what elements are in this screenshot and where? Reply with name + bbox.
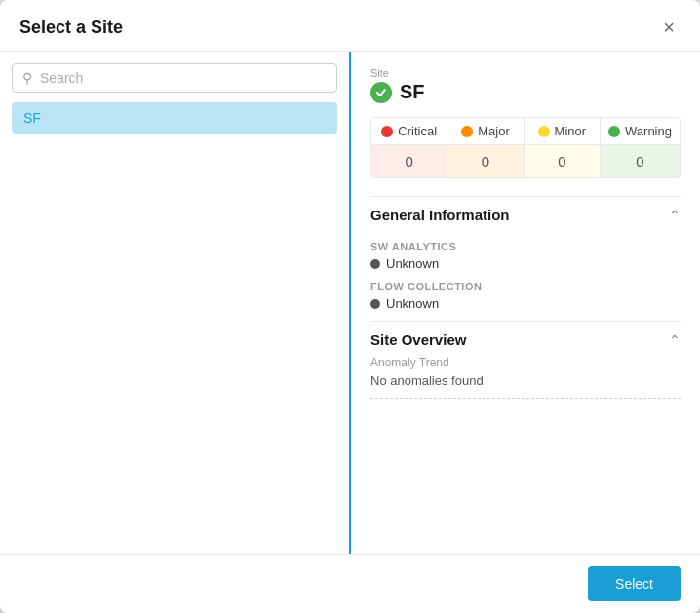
search-box[interactable]: ⚲ [12, 63, 337, 93]
site-overview-title: Site Overview [370, 331, 466, 348]
site-name: SF [400, 81, 425, 103]
general-info-chevron[interactable]: ⌃ [669, 208, 681, 223]
alert-grid: Critical 0 Major 0 Minor 0 [370, 117, 681, 178]
site-overview-section-header: Site Overview ⌃ [370, 321, 681, 356]
major-label: Major [478, 124, 510, 138]
alert-critical-col: Critical 0 [371, 118, 447, 177]
site-list: SF [12, 102, 337, 542]
search-input[interactable] [40, 70, 327, 86]
modal-title: Select a Site [19, 18, 123, 38]
modal-body: ⚲ SF Site SF [0, 52, 700, 554]
sw-analytics-text: Unknown [386, 256, 439, 271]
warning-dot [608, 126, 620, 137]
site-header: Site SF [370, 67, 681, 103]
major-value: 0 [447, 145, 523, 177]
site-overview-chevron[interactable]: ⌃ [669, 332, 681, 348]
modal-footer: Select [0, 554, 700, 613]
minor-value: 0 [525, 145, 600, 177]
site-item[interactable]: SF [12, 102, 337, 134]
alert-minor-col: Minor 0 [525, 118, 601, 177]
site-name-row: SF [370, 81, 681, 103]
close-button[interactable]: × [657, 16, 681, 39]
minor-label: Minor [555, 124, 587, 138]
critical-label: Critical [398, 124, 437, 138]
flow-collection-value: Unknown [370, 296, 681, 311]
right-panel: Site SF Critical [351, 52, 700, 554]
general-info-content: SW ANALYTICS Unknown FLOW COLLECTION Unk… [370, 241, 681, 321]
flow-collection-text: Unknown [386, 296, 439, 311]
left-panel: ⚲ SF [0, 52, 351, 554]
critical-dot [381, 126, 393, 137]
alert-critical-header: Critical [371, 118, 447, 145]
warning-label: Warning [625, 124, 672, 138]
select-button[interactable]: Select [588, 566, 681, 601]
minor-dot [538, 126, 550, 137]
alert-major-col: Major 0 [447, 118, 524, 177]
alert-warning-col: Warning 0 [601, 118, 680, 177]
search-icon: ⚲ [22, 70, 32, 86]
anomaly-trend-label: Anomaly Trend [370, 356, 681, 369]
site-overview-content: Anomaly Trend No anomalies found [370, 356, 681, 408]
sw-analytics-value: Unknown [370, 256, 681, 271]
flow-collection-label: FLOW COLLECTION [370, 281, 681, 292]
alert-major-header: Major [447, 118, 523, 145]
alert-minor-header: Minor [525, 118, 600, 145]
major-dot [461, 126, 473, 137]
site-label-text: Site [370, 67, 681, 79]
warning-value: 0 [601, 145, 680, 177]
general-info-title: General Information [370, 207, 510, 223]
site-status-icon [370, 82, 392, 103]
sw-analytics-label: SW ANALYTICS [370, 241, 681, 252]
modal-header: Select a Site × [0, 0, 700, 52]
sw-analytics-dot [370, 259, 380, 269]
flow-collection-dot [370, 299, 380, 309]
site-item-label: SF [23, 110, 41, 126]
alert-warning-header: Warning [601, 118, 680, 145]
anomaly-trend-value: No anomalies found [370, 373, 681, 399]
general-info-section-header: General Information ⌃ [370, 196, 681, 231]
critical-value: 0 [371, 145, 447, 177]
select-site-modal: Select a Site × ⚲ SF Site [0, 0, 700, 613]
